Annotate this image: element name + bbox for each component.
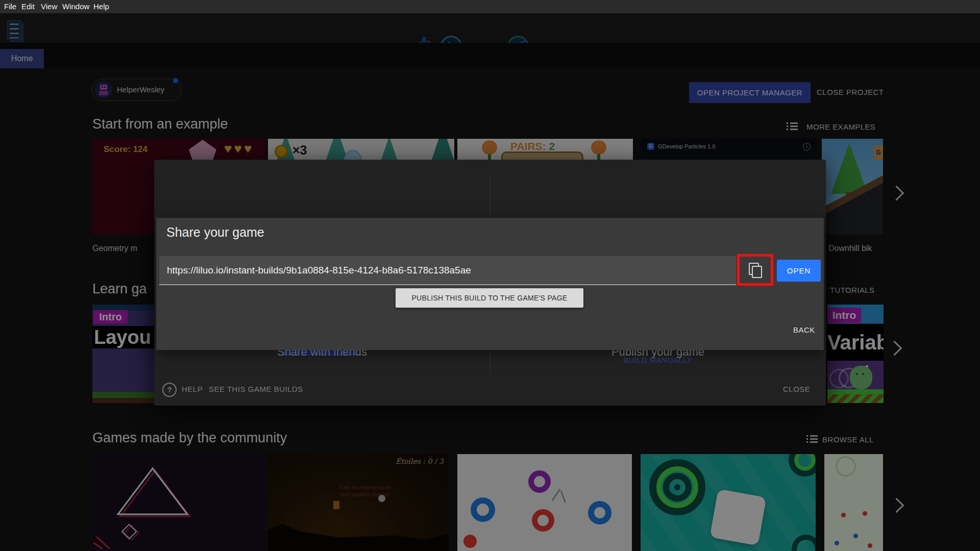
build-url-input[interactable] [159, 256, 736, 285]
menu-file[interactable]: File [4, 2, 16, 11]
menu-bar: File Edit View Window Help [0, 0, 980, 13]
copy-icon[interactable] [749, 263, 762, 277]
share-result-panel: Share your game OPEN PUBLISH THIS BUILD … [156, 218, 824, 350]
menu-window[interactable]: Window [62, 2, 89, 11]
app-window: PREVIEW PUBLISH Home HelperWesley OPEN P… [0, 0, 980, 551]
menu-view[interactable]: View [41, 2, 57, 11]
publish-build-button[interactable]: PUBLISH THIS BUILD TO THE GAME'S PAGE [396, 288, 583, 308]
share-dialog: Share with friends Publish your game BUI… [154, 160, 826, 406]
menu-edit[interactable]: Edit [21, 2, 35, 11]
open-build-button[interactable]: OPEN [777, 260, 821, 282]
menu-help[interactable]: Help [93, 2, 109, 11]
panel-title: Share your game [166, 225, 264, 240]
highlight-box [737, 254, 773, 286]
back-button[interactable]: BACK [793, 325, 815, 334]
